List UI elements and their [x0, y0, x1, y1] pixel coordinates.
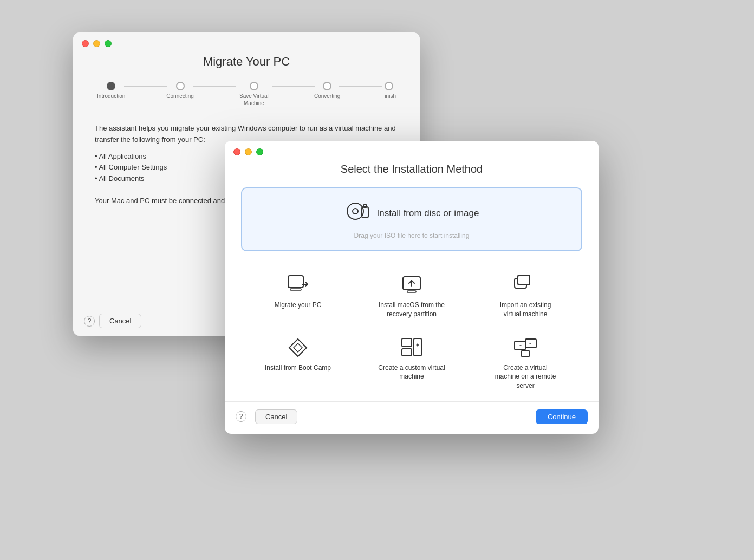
custom-vm-option[interactable]: Create a custom virtual machine: [355, 330, 469, 396]
svg-rect-9: [518, 275, 530, 285]
svg-point-1: [353, 209, 358, 214]
boot-camp-option[interactable]: Install from Boot Camp: [241, 330, 355, 396]
step-label-save: Save Virtual Machine: [235, 93, 273, 107]
step-label-converting: Converting: [314, 93, 340, 100]
step-line-4: [339, 86, 382, 87]
remote-vm-option[interactable]: Create a virtual machine on a remote ser…: [469, 330, 582, 396]
drag-hint: Drag your ISO file here to start install…: [354, 232, 470, 239]
bg-cancel-button[interactable]: Cancel: [99, 314, 141, 328]
bg-window-title: Migrate Your PC: [95, 55, 398, 69]
fg-titlebar: [225, 141, 599, 163]
custom-vm-label: Create a custom virtual machine: [376, 363, 447, 382]
minimize-button[interactable]: [93, 40, 100, 47]
step-line-2: [193, 86, 236, 87]
step-circle-save: [250, 82, 258, 90]
svg-rect-7: [407, 291, 416, 292]
fg-window-title: Select the Installation Method: [241, 163, 582, 175]
migrate-pc-label: Migrate your PC: [275, 301, 322, 310]
install-disc-option[interactable]: Install from disc or image Drag your ISO…: [241, 187, 582, 251]
step-circle-converting: [323, 82, 332, 90]
boot-camp-icon: [286, 335, 310, 359]
fullscreen-button[interactable]: [105, 40, 112, 47]
fg-footer-left: ? Cancel: [236, 409, 297, 424]
boot-camp-label: Install from Boot Camp: [265, 363, 331, 373]
svg-rect-16: [521, 351, 530, 356]
custom-vm-icon: [400, 335, 424, 359]
svg-rect-13: [414, 338, 421, 356]
svg-rect-11: [402, 338, 412, 347]
bg-titlebar: [73, 32, 420, 55]
svg-rect-3: [363, 205, 367, 207]
step-label-introduction: Introduction: [97, 93, 125, 100]
remote-vm-label: Create a virtual machine on a remote ser…: [490, 363, 561, 390]
step-label-connecting: Connecting: [166, 93, 194, 100]
svg-rect-4: [288, 276, 303, 288]
fg-footer: ? Cancel Continue: [225, 401, 599, 434]
divider-1: [241, 259, 582, 259]
fg-close-button[interactable]: [233, 148, 240, 155]
installation-method-window: Select the Installation Method Install f…: [225, 141, 599, 434]
install-macos-icon: [400, 272, 424, 296]
bg-help-button[interactable]: ?: [84, 316, 95, 327]
close-button[interactable]: [82, 40, 89, 47]
fg-cancel-button[interactable]: Cancel: [255, 409, 297, 424]
import-vm-icon: [514, 272, 537, 296]
disc-icon: [344, 199, 368, 223]
step-label-finish: Finish: [381, 93, 396, 100]
steps-bar: Introduction Connecting Save Virtual Mac…: [95, 82, 398, 107]
fg-window-content: Select the Installation Method Install f…: [225, 163, 599, 396]
install-macos-label: Install macOS from the recovery partitio…: [376, 301, 447, 319]
svg-rect-5: [290, 289, 301, 290]
migrate-pc-option[interactable]: Migrate your PC: [241, 267, 355, 324]
remote-vm-icon: [514, 335, 537, 359]
fg-help-button[interactable]: ?: [236, 411, 246, 422]
migrate-pc-icon: [286, 272, 310, 296]
options-grid: Migrate your PC Install macOS from the r…: [241, 267, 582, 396]
import-vm-label: Import an existing virtual machine: [490, 301, 561, 319]
step-circle-connecting: [176, 82, 185, 90]
import-vm-option[interactable]: Import an existing virtual machine: [469, 267, 582, 324]
step-line-1: [124, 86, 167, 87]
step-line-3: [272, 86, 315, 87]
step-circle-introduction: [107, 82, 115, 90]
step-circle-finish: [385, 82, 393, 90]
svg-rect-12: [402, 349, 412, 356]
fg-continue-button[interactable]: Continue: [536, 409, 588, 424]
install-disc-label: Install from disc or image: [377, 208, 479, 219]
svg-point-0: [347, 203, 363, 219]
install-macos-option[interactable]: Install macOS from the recovery partitio…: [355, 267, 469, 324]
fg-minimize-button[interactable]: [245, 148, 252, 155]
fg-fullscreen-button[interactable]: [256, 148, 263, 155]
